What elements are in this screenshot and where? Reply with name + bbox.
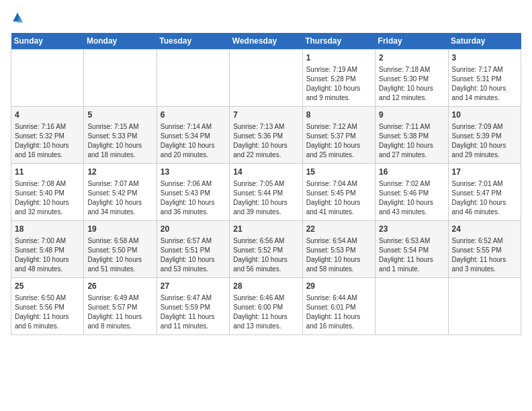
cell-content: Daylight: 10 hours (87, 141, 152, 150)
calendar-cell: 21Sunrise: 6:56 AMSunset: 5:52 PMDayligh… (230, 221, 302, 278)
calendar-cell (11, 50, 84, 107)
cell-content: Daylight: 11 hours (306, 312, 371, 322)
cell-content: Sunset: 5:47 PM (452, 189, 517, 198)
cell-content: Sunrise: 7:19 AM (306, 65, 371, 75)
week-row-4: 18Sunrise: 7:00 AMSunset: 5:48 PMDayligh… (11, 221, 521, 278)
cell-content: and 25 minutes. (306, 150, 371, 160)
day-header-thursday: Thursday (302, 33, 375, 50)
calendar-cell: 10Sunrise: 7:09 AMSunset: 5:39 PMDayligh… (448, 107, 521, 164)
cell-content: Sunrise: 7:04 AM (306, 179, 371, 189)
logo-icon (11, 11, 24, 25)
day-header-friday: Friday (375, 33, 448, 50)
cell-content: and 41 minutes. (306, 208, 371, 217)
cell-content: and 58 minutes. (306, 265, 371, 274)
calendar-cell: 1Sunrise: 7:19 AMSunset: 5:28 PMDaylight… (302, 50, 375, 107)
header-row: SundayMondayTuesdayWednesdayThursdayFrid… (11, 33, 521, 50)
day-header-monday: Monday (84, 33, 157, 50)
date-number: 11 (15, 167, 80, 178)
cell-content: Daylight: 10 hours (161, 198, 226, 208)
calendar-cell: 18Sunrise: 7:00 AMSunset: 5:48 PMDayligh… (11, 221, 84, 278)
cell-content: and 1 minute. (379, 265, 444, 274)
cell-content: and 14 minutes. (452, 93, 517, 103)
calendar-cell: 27Sunrise: 6:47 AMSunset: 5:59 PMDayligh… (157, 278, 229, 335)
cell-content: Daylight: 10 hours (452, 141, 517, 150)
cell-content: Daylight: 10 hours (306, 141, 371, 150)
cell-content: Sunrise: 6:58 AM (87, 236, 152, 246)
date-number: 14 (233, 167, 298, 178)
date-number: 4 (15, 109, 80, 121)
date-number: 26 (87, 281, 152, 292)
cell-content: and 6 minutes. (15, 322, 80, 331)
date-number: 27 (161, 281, 226, 292)
cell-content: Sunrise: 6:49 AM (87, 293, 152, 303)
cell-content: Sunset: 5:50 PM (87, 246, 152, 255)
cell-content: Sunset: 5:55 PM (452, 246, 517, 255)
calendar-cell: 3Sunrise: 7:17 AMSunset: 5:31 PMDaylight… (448, 50, 521, 107)
cell-content: Sunset: 5:28 PM (306, 75, 371, 84)
cell-content: Sunrise: 7:06 AM (161, 179, 226, 189)
cell-content: Sunrise: 6:44 AM (306, 293, 371, 303)
day-header-wednesday: Wednesday (230, 33, 302, 50)
cell-content: Sunrise: 7:02 AM (379, 179, 444, 189)
week-row-3: 11Sunrise: 7:08 AMSunset: 5:40 PMDayligh… (11, 164, 521, 221)
cell-content: Sunrise: 7:18 AM (379, 65, 444, 75)
date-number: 29 (306, 281, 371, 292)
cell-content: Daylight: 11 hours (15, 312, 80, 322)
cell-content: Sunrise: 7:17 AM (452, 65, 517, 75)
date-number: 7 (233, 109, 298, 121)
cell-content: Sunrise: 6:50 AM (15, 293, 80, 303)
calendar-cell: 29Sunrise: 6:44 AMSunset: 6:01 PMDayligh… (302, 278, 375, 335)
cell-content: Sunrise: 7:07 AM (87, 179, 152, 189)
date-number: 25 (15, 281, 80, 292)
calendar-cell: 19Sunrise: 6:58 AMSunset: 5:50 PMDayligh… (84, 221, 157, 278)
logo (11, 11, 27, 25)
calendar-cell: 13Sunrise: 7:06 AMSunset: 5:43 PMDayligh… (157, 164, 229, 221)
calendar-cell (448, 278, 521, 335)
cell-content: Sunrise: 6:47 AM (161, 293, 226, 303)
cell-content: Sunset: 5:52 PM (233, 246, 298, 255)
cell-content: Sunset: 5:33 PM (87, 132, 152, 141)
cell-content: Daylight: 10 hours (15, 198, 80, 208)
cell-content: and 32 minutes. (15, 208, 80, 217)
cell-content: and 39 minutes. (233, 208, 298, 217)
calendar-cell (157, 50, 229, 107)
calendar-cell (84, 50, 157, 107)
cell-content: Sunset: 5:53 PM (306, 246, 371, 255)
cell-content: Sunrise: 7:15 AM (87, 122, 152, 132)
calendar-cell: 6Sunrise: 7:14 AMSunset: 5:34 PMDaylight… (157, 107, 229, 164)
cell-content: Sunrise: 6:52 AM (452, 236, 517, 246)
cell-content: and 3 minutes. (452, 265, 517, 274)
cell-content: Sunset: 5:38 PM (379, 132, 444, 141)
cell-content: Daylight: 11 hours (161, 312, 226, 322)
cell-content: Sunrise: 6:54 AM (306, 236, 371, 246)
cell-content: Sunrise: 6:53 AM (379, 236, 444, 246)
calendar-cell: 12Sunrise: 7:07 AMSunset: 5:42 PMDayligh… (84, 164, 157, 221)
date-number: 2 (379, 52, 444, 64)
cell-content: and 51 minutes. (87, 265, 152, 274)
cell-content: and 29 minutes. (452, 150, 517, 160)
date-number: 23 (379, 224, 444, 235)
cell-content: Sunset: 6:01 PM (306, 303, 371, 312)
cell-content: Sunset: 5:44 PM (233, 189, 298, 198)
calendar-cell: 8Sunrise: 7:12 AMSunset: 5:37 PMDaylight… (302, 107, 375, 164)
calendar-cell: 24Sunrise: 6:52 AMSunset: 5:55 PMDayligh… (448, 221, 521, 278)
cell-content: and 11 minutes. (161, 322, 226, 331)
cell-content: Sunrise: 6:46 AM (233, 293, 298, 303)
cell-content: Daylight: 11 hours (379, 255, 444, 265)
cell-content: Sunset: 5:39 PM (452, 132, 517, 141)
cell-content: Daylight: 10 hours (452, 198, 517, 208)
cell-content: Sunrise: 7:16 AM (15, 122, 80, 132)
cell-content: and 46 minutes. (452, 208, 517, 217)
date-number: 19 (87, 224, 152, 235)
cell-content: Daylight: 11 hours (87, 312, 152, 322)
date-number: 21 (233, 224, 298, 235)
cell-content: Sunset: 5:48 PM (15, 246, 80, 255)
cell-content: Sunset: 5:46 PM (379, 189, 444, 198)
calendar-cell: 25Sunrise: 6:50 AMSunset: 5:56 PMDayligh… (11, 278, 84, 335)
day-header-tuesday: Tuesday (157, 33, 229, 50)
cell-content: Sunrise: 7:09 AM (452, 122, 517, 132)
cell-content: Sunrise: 7:08 AM (15, 179, 80, 189)
cell-content: Sunset: 5:43 PM (161, 189, 226, 198)
calendar-cell: 16Sunrise: 7:02 AMSunset: 5:46 PMDayligh… (375, 164, 448, 221)
date-number: 15 (306, 167, 371, 178)
